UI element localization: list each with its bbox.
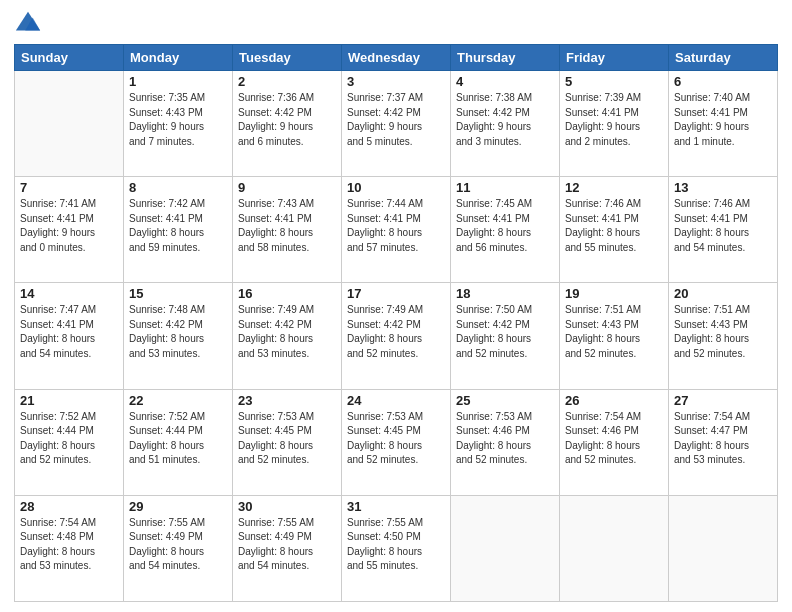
day-info: Sunrise: 7:53 AM Sunset: 4:45 PM Dayligh… — [238, 410, 336, 468]
week-row-3: 14Sunrise: 7:47 AM Sunset: 4:41 PM Dayli… — [15, 283, 778, 389]
weekday-header-tuesday: Tuesday — [233, 45, 342, 71]
day-info: Sunrise: 7:54 AM Sunset: 4:48 PM Dayligh… — [20, 516, 118, 574]
calendar-cell: 13Sunrise: 7:46 AM Sunset: 4:41 PM Dayli… — [669, 177, 778, 283]
week-row-2: 7Sunrise: 7:41 AM Sunset: 4:41 PM Daylig… — [15, 177, 778, 283]
day-number: 4 — [456, 74, 554, 89]
day-info: Sunrise: 7:46 AM Sunset: 4:41 PM Dayligh… — [565, 197, 663, 255]
calendar-cell — [560, 495, 669, 601]
day-info: Sunrise: 7:50 AM Sunset: 4:42 PM Dayligh… — [456, 303, 554, 361]
day-number: 14 — [20, 286, 118, 301]
day-number: 29 — [129, 499, 227, 514]
calendar-cell: 21Sunrise: 7:52 AM Sunset: 4:44 PM Dayli… — [15, 389, 124, 495]
day-number: 2 — [238, 74, 336, 89]
day-info: Sunrise: 7:53 AM Sunset: 4:46 PM Dayligh… — [456, 410, 554, 468]
day-info: Sunrise: 7:44 AM Sunset: 4:41 PM Dayligh… — [347, 197, 445, 255]
day-number: 1 — [129, 74, 227, 89]
calendar-cell: 10Sunrise: 7:44 AM Sunset: 4:41 PM Dayli… — [342, 177, 451, 283]
calendar-cell — [15, 71, 124, 177]
calendar-cell: 27Sunrise: 7:54 AM Sunset: 4:47 PM Dayli… — [669, 389, 778, 495]
day-number: 27 — [674, 393, 772, 408]
day-info: Sunrise: 7:35 AM Sunset: 4:43 PM Dayligh… — [129, 91, 227, 149]
calendar-cell: 19Sunrise: 7:51 AM Sunset: 4:43 PM Dayli… — [560, 283, 669, 389]
calendar-cell: 14Sunrise: 7:47 AM Sunset: 4:41 PM Dayli… — [15, 283, 124, 389]
calendar-cell: 9Sunrise: 7:43 AM Sunset: 4:41 PM Daylig… — [233, 177, 342, 283]
day-info: Sunrise: 7:55 AM Sunset: 4:49 PM Dayligh… — [238, 516, 336, 574]
weekday-header-saturday: Saturday — [669, 45, 778, 71]
day-info: Sunrise: 7:42 AM Sunset: 4:41 PM Dayligh… — [129, 197, 227, 255]
day-info: Sunrise: 7:51 AM Sunset: 4:43 PM Dayligh… — [565, 303, 663, 361]
calendar-cell: 8Sunrise: 7:42 AM Sunset: 4:41 PM Daylig… — [124, 177, 233, 283]
day-info: Sunrise: 7:38 AM Sunset: 4:42 PM Dayligh… — [456, 91, 554, 149]
day-number: 10 — [347, 180, 445, 195]
day-info: Sunrise: 7:52 AM Sunset: 4:44 PM Dayligh… — [129, 410, 227, 468]
week-row-5: 28Sunrise: 7:54 AM Sunset: 4:48 PM Dayli… — [15, 495, 778, 601]
calendar-cell: 20Sunrise: 7:51 AM Sunset: 4:43 PM Dayli… — [669, 283, 778, 389]
day-number: 11 — [456, 180, 554, 195]
calendar-cell: 7Sunrise: 7:41 AM Sunset: 4:41 PM Daylig… — [15, 177, 124, 283]
logo-icon — [14, 10, 42, 38]
weekday-header-sunday: Sunday — [15, 45, 124, 71]
day-info: Sunrise: 7:54 AM Sunset: 4:47 PM Dayligh… — [674, 410, 772, 468]
day-number: 25 — [456, 393, 554, 408]
day-number: 21 — [20, 393, 118, 408]
day-number: 16 — [238, 286, 336, 301]
calendar-cell: 24Sunrise: 7:53 AM Sunset: 4:45 PM Dayli… — [342, 389, 451, 495]
calendar-cell: 3Sunrise: 7:37 AM Sunset: 4:42 PM Daylig… — [342, 71, 451, 177]
day-number: 9 — [238, 180, 336, 195]
calendar-cell: 22Sunrise: 7:52 AM Sunset: 4:44 PM Dayli… — [124, 389, 233, 495]
day-info: Sunrise: 7:40 AM Sunset: 4:41 PM Dayligh… — [674, 91, 772, 149]
logo — [14, 10, 46, 38]
day-info: Sunrise: 7:49 AM Sunset: 4:42 PM Dayligh… — [347, 303, 445, 361]
day-number: 13 — [674, 180, 772, 195]
day-info: Sunrise: 7:49 AM Sunset: 4:42 PM Dayligh… — [238, 303, 336, 361]
calendar-cell: 2Sunrise: 7:36 AM Sunset: 4:42 PM Daylig… — [233, 71, 342, 177]
day-number: 28 — [20, 499, 118, 514]
day-number: 26 — [565, 393, 663, 408]
day-info: Sunrise: 7:45 AM Sunset: 4:41 PM Dayligh… — [456, 197, 554, 255]
calendar-cell: 23Sunrise: 7:53 AM Sunset: 4:45 PM Dayli… — [233, 389, 342, 495]
day-number: 8 — [129, 180, 227, 195]
calendar-cell: 28Sunrise: 7:54 AM Sunset: 4:48 PM Dayli… — [15, 495, 124, 601]
day-info: Sunrise: 7:43 AM Sunset: 4:41 PM Dayligh… — [238, 197, 336, 255]
day-info: Sunrise: 7:46 AM Sunset: 4:41 PM Dayligh… — [674, 197, 772, 255]
calendar-cell: 25Sunrise: 7:53 AM Sunset: 4:46 PM Dayli… — [451, 389, 560, 495]
day-info: Sunrise: 7:48 AM Sunset: 4:42 PM Dayligh… — [129, 303, 227, 361]
calendar-cell: 11Sunrise: 7:45 AM Sunset: 4:41 PM Dayli… — [451, 177, 560, 283]
day-number: 24 — [347, 393, 445, 408]
day-number: 15 — [129, 286, 227, 301]
week-row-1: 1Sunrise: 7:35 AM Sunset: 4:43 PM Daylig… — [15, 71, 778, 177]
calendar-cell: 16Sunrise: 7:49 AM Sunset: 4:42 PM Dayli… — [233, 283, 342, 389]
calendar-cell: 26Sunrise: 7:54 AM Sunset: 4:46 PM Dayli… — [560, 389, 669, 495]
weekday-header-thursday: Thursday — [451, 45, 560, 71]
calendar-cell: 4Sunrise: 7:38 AM Sunset: 4:42 PM Daylig… — [451, 71, 560, 177]
day-info: Sunrise: 7:53 AM Sunset: 4:45 PM Dayligh… — [347, 410, 445, 468]
day-number: 19 — [565, 286, 663, 301]
day-number: 22 — [129, 393, 227, 408]
page: SundayMondayTuesdayWednesdayThursdayFrid… — [0, 0, 792, 612]
day-number: 7 — [20, 180, 118, 195]
calendar-cell — [669, 495, 778, 601]
day-info: Sunrise: 7:52 AM Sunset: 4:44 PM Dayligh… — [20, 410, 118, 468]
day-number: 12 — [565, 180, 663, 195]
day-number: 20 — [674, 286, 772, 301]
calendar-cell: 30Sunrise: 7:55 AM Sunset: 4:49 PM Dayli… — [233, 495, 342, 601]
calendar-cell: 31Sunrise: 7:55 AM Sunset: 4:50 PM Dayli… — [342, 495, 451, 601]
calendar-cell — [451, 495, 560, 601]
calendar-cell: 12Sunrise: 7:46 AM Sunset: 4:41 PM Dayli… — [560, 177, 669, 283]
weekday-header-row: SundayMondayTuesdayWednesdayThursdayFrid… — [15, 45, 778, 71]
day-number: 5 — [565, 74, 663, 89]
day-number: 6 — [674, 74, 772, 89]
day-number: 3 — [347, 74, 445, 89]
day-number: 30 — [238, 499, 336, 514]
calendar-table: SundayMondayTuesdayWednesdayThursdayFrid… — [14, 44, 778, 602]
day-info: Sunrise: 7:36 AM Sunset: 4:42 PM Dayligh… — [238, 91, 336, 149]
calendar-cell: 1Sunrise: 7:35 AM Sunset: 4:43 PM Daylig… — [124, 71, 233, 177]
calendar-cell: 18Sunrise: 7:50 AM Sunset: 4:42 PM Dayli… — [451, 283, 560, 389]
day-number: 17 — [347, 286, 445, 301]
calendar-cell: 15Sunrise: 7:48 AM Sunset: 4:42 PM Dayli… — [124, 283, 233, 389]
weekday-header-wednesday: Wednesday — [342, 45, 451, 71]
day-info: Sunrise: 7:55 AM Sunset: 4:50 PM Dayligh… — [347, 516, 445, 574]
calendar-cell: 6Sunrise: 7:40 AM Sunset: 4:41 PM Daylig… — [669, 71, 778, 177]
calendar-cell: 17Sunrise: 7:49 AM Sunset: 4:42 PM Dayli… — [342, 283, 451, 389]
day-number: 23 — [238, 393, 336, 408]
